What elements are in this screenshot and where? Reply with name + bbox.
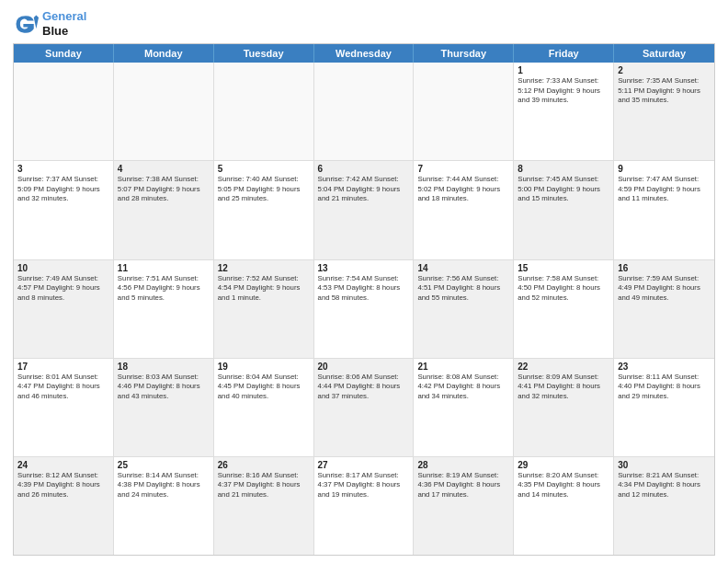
- cell-detail: Sunrise: 7:54 AM Sunset: 4:53 PM Dayligh…: [318, 274, 410, 304]
- calendar-cell-1: 1Sunrise: 7:33 AM Sunset: 5:12 PM Daylig…: [514, 63, 614, 160]
- calendar-cell-12: 12Sunrise: 7:52 AM Sunset: 4:54 PM Dayli…: [214, 260, 314, 358]
- calendar-cell-8: 8Sunrise: 7:45 AM Sunset: 5:00 PM Daylig…: [514, 161, 614, 259]
- logo: General Blue: [13, 9, 86, 38]
- calendar-cell-28: 28Sunrise: 8:19 AM Sunset: 4:36 PM Dayli…: [414, 457, 514, 555]
- calendar-cell-2: 2Sunrise: 7:35 AM Sunset: 5:11 PM Daylig…: [614, 63, 714, 160]
- day-number: 16: [618, 263, 711, 273]
- day-number: 18: [118, 362, 210, 372]
- cell-detail: Sunrise: 7:47 AM Sunset: 4:59 PM Dayligh…: [618, 175, 711, 204]
- day-number: 9: [618, 164, 711, 174]
- day-number: 21: [417, 362, 509, 372]
- calendar-cell-10: 10Sunrise: 7:49 AM Sunset: 4:57 PM Dayli…: [14, 260, 114, 358]
- calendar-row-3: 17Sunrise: 8:01 AM Sunset: 4:47 PM Dayli…: [14, 359, 714, 457]
- day-number: 17: [17, 362, 109, 372]
- calendar-cell-7: 7Sunrise: 7:44 AM Sunset: 5:02 PM Daylig…: [414, 161, 514, 259]
- calendar-cell-15: 15Sunrise: 7:58 AM Sunset: 4:50 PM Dayli…: [514, 260, 614, 358]
- day-number: 29: [518, 460, 609, 470]
- header-day-wednesday: Wednesday: [314, 44, 415, 63]
- cell-detail: Sunrise: 7:59 AM Sunset: 4:49 PM Dayligh…: [618, 274, 711, 304]
- cell-detail: Sunrise: 8:14 AM Sunset: 4:38 PM Dayligh…: [118, 471, 210, 500]
- day-number: 28: [417, 460, 509, 470]
- calendar-cell-empty-0-3: [314, 63, 415, 160]
- day-number: 26: [218, 460, 310, 470]
- day-number: 4: [118, 164, 210, 174]
- header-day-saturday: Saturday: [614, 44, 714, 63]
- calendar-row-4: 24Sunrise: 8:12 AM Sunset: 4:39 PM Dayli…: [14, 457, 714, 555]
- calendar-cell-3: 3Sunrise: 7:37 AM Sunset: 5:09 PM Daylig…: [14, 161, 114, 259]
- cell-detail: Sunrise: 8:16 AM Sunset: 4:37 PM Dayligh…: [218, 471, 310, 500]
- cell-detail: Sunrise: 7:45 AM Sunset: 5:00 PM Dayligh…: [518, 175, 609, 204]
- cell-detail: Sunrise: 7:33 AM Sunset: 5:12 PM Dayligh…: [518, 76, 609, 106]
- cell-detail: Sunrise: 7:56 AM Sunset: 4:51 PM Dayligh…: [417, 274, 509, 304]
- calendar-body: 1Sunrise: 7:33 AM Sunset: 5:12 PM Daylig…: [14, 63, 714, 555]
- page: General Blue SundayMondayTuesdayWednesda…: [0, 0, 728, 563]
- calendar-cell-13: 13Sunrise: 7:54 AM Sunset: 4:53 PM Dayli…: [314, 260, 415, 358]
- calendar-cell-9: 9Sunrise: 7:47 AM Sunset: 4:59 PM Daylig…: [614, 161, 714, 259]
- calendar: SundayMondayTuesdayWednesdayThursdayFrid…: [13, 43, 715, 556]
- logo-text: General Blue: [42, 9, 86, 38]
- cell-detail: Sunrise: 7:38 AM Sunset: 5:07 PM Dayligh…: [118, 175, 210, 204]
- day-number: 3: [17, 164, 109, 174]
- calendar-cell-29: 29Sunrise: 8:20 AM Sunset: 4:35 PM Dayli…: [514, 457, 614, 555]
- cell-detail: Sunrise: 7:52 AM Sunset: 4:54 PM Dayligh…: [218, 274, 310, 304]
- header-day-monday: Monday: [114, 44, 214, 63]
- calendar-cell-empty-0-2: [214, 63, 314, 160]
- header: General Blue: [13, 9, 715, 38]
- cell-detail: Sunrise: 8:06 AM Sunset: 4:44 PM Dayligh…: [318, 373, 410, 402]
- day-number: 14: [417, 263, 509, 273]
- cell-detail: Sunrise: 8:09 AM Sunset: 4:41 PM Dayligh…: [518, 373, 609, 402]
- calendar-cell-24: 24Sunrise: 8:12 AM Sunset: 4:39 PM Dayli…: [14, 457, 114, 555]
- cell-detail: Sunrise: 8:17 AM Sunset: 4:37 PM Dayligh…: [318, 471, 410, 500]
- header-day-thursday: Thursday: [414, 44, 514, 63]
- calendar-row-1: 3Sunrise: 7:37 AM Sunset: 5:09 PM Daylig…: [14, 161, 714, 259]
- cell-detail: Sunrise: 8:20 AM Sunset: 4:35 PM Dayligh…: [518, 471, 609, 500]
- cell-detail: Sunrise: 7:49 AM Sunset: 4:57 PM Dayligh…: [17, 274, 109, 304]
- day-number: 30: [618, 460, 711, 470]
- day-number: 10: [17, 263, 109, 273]
- cell-detail: Sunrise: 8:11 AM Sunset: 4:40 PM Dayligh…: [618, 373, 711, 402]
- day-number: 13: [318, 263, 410, 273]
- day-number: 12: [218, 263, 310, 273]
- cell-detail: Sunrise: 8:12 AM Sunset: 4:39 PM Dayligh…: [17, 471, 109, 500]
- cell-detail: Sunrise: 8:21 AM Sunset: 4:34 PM Dayligh…: [618, 471, 711, 500]
- calendar-header: SundayMondayTuesdayWednesdayThursdayFrid…: [14, 44, 714, 63]
- day-number: 20: [318, 362, 410, 372]
- calendar-cell-21: 21Sunrise: 8:08 AM Sunset: 4:42 PM Dayli…: [414, 359, 514, 456]
- day-number: 7: [417, 164, 509, 174]
- calendar-cell-16: 16Sunrise: 7:59 AM Sunset: 4:49 PM Dayli…: [614, 260, 714, 358]
- cell-detail: Sunrise: 8:03 AM Sunset: 4:46 PM Dayligh…: [118, 373, 210, 402]
- cell-detail: Sunrise: 7:35 AM Sunset: 5:11 PM Dayligh…: [618, 76, 711, 106]
- calendar-cell-17: 17Sunrise: 8:01 AM Sunset: 4:47 PM Dayli…: [14, 359, 114, 456]
- day-number: 27: [318, 460, 410, 470]
- calendar-cell-23: 23Sunrise: 8:11 AM Sunset: 4:40 PM Dayli…: [614, 359, 714, 456]
- cell-detail: Sunrise: 8:01 AM Sunset: 4:47 PM Dayligh…: [17, 373, 109, 402]
- day-number: 8: [518, 164, 609, 174]
- day-number: 19: [218, 362, 310, 372]
- cell-detail: Sunrise: 8:19 AM Sunset: 4:36 PM Dayligh…: [417, 471, 509, 500]
- day-number: 22: [518, 362, 609, 372]
- header-day-sunday: Sunday: [14, 44, 114, 63]
- calendar-cell-30: 30Sunrise: 8:21 AM Sunset: 4:34 PM Dayli…: [614, 457, 714, 555]
- header-day-tuesday: Tuesday: [214, 44, 314, 63]
- calendar-cell-26: 26Sunrise: 8:16 AM Sunset: 4:37 PM Dayli…: [214, 457, 314, 555]
- cell-detail: Sunrise: 7:44 AM Sunset: 5:02 PM Dayligh…: [417, 175, 509, 204]
- cell-detail: Sunrise: 7:40 AM Sunset: 5:05 PM Dayligh…: [218, 175, 310, 204]
- cell-detail: Sunrise: 7:51 AM Sunset: 4:56 PM Dayligh…: [118, 274, 210, 304]
- calendar-row-0: 1Sunrise: 7:33 AM Sunset: 5:12 PM Daylig…: [14, 63, 714, 161]
- calendar-cell-11: 11Sunrise: 7:51 AM Sunset: 4:56 PM Dayli…: [114, 260, 214, 358]
- day-number: 25: [118, 460, 210, 470]
- header-day-friday: Friday: [514, 44, 614, 63]
- logo-icon: [13, 11, 39, 37]
- day-number: 1: [518, 65, 609, 75]
- day-number: 11: [118, 263, 210, 273]
- calendar-cell-25: 25Sunrise: 8:14 AM Sunset: 4:38 PM Dayli…: [114, 457, 214, 555]
- cell-detail: Sunrise: 7:37 AM Sunset: 5:09 PM Dayligh…: [17, 175, 109, 204]
- calendar-cell-empty-0-0: [14, 63, 114, 160]
- day-number: 6: [318, 164, 410, 174]
- cell-detail: Sunrise: 8:08 AM Sunset: 4:42 PM Dayligh…: [417, 373, 509, 402]
- day-number: 2: [618, 65, 711, 75]
- calendar-cell-27: 27Sunrise: 8:17 AM Sunset: 4:37 PM Dayli…: [314, 457, 415, 555]
- calendar-cell-6: 6Sunrise: 7:42 AM Sunset: 5:04 PM Daylig…: [314, 161, 415, 259]
- calendar-cell-5: 5Sunrise: 7:40 AM Sunset: 5:05 PM Daylig…: [214, 161, 314, 259]
- cell-detail: Sunrise: 8:04 AM Sunset: 4:45 PM Dayligh…: [218, 373, 310, 402]
